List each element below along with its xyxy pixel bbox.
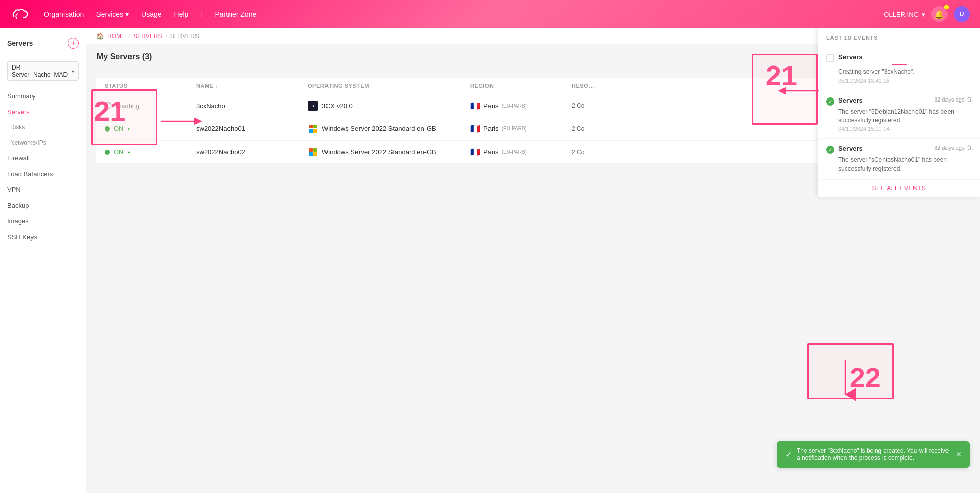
chevron-down-icon: ▾	[922, 11, 925, 18]
nav-right: OLLER INC ▾ 🔔 U	[884, 6, 970, 22]
notif-desc: The server "5Debian12Nacho01" has been s…	[826, 108, 972, 125]
logo[interactable]	[10, 5, 28, 23]
col-os: OPERATING SYSTEM	[308, 83, 470, 89]
breadcrumb-servers-link[interactable]: SERVERS	[133, 32, 162, 40]
region-code: (EU-PAR8)	[502, 126, 527, 132]
sidebar-item-networks[interactable]: Networks/IPs	[0, 135, 86, 150]
server-name: sw2022Nacho02	[196, 148, 308, 156]
org-selector[interactable]: OLLER INC ▾	[884, 11, 925, 18]
status-cell: Loading	[105, 102, 196, 110]
nav-organisation[interactable]: Organisation	[44, 10, 84, 18]
os-label: Windows Server 2022 Standard en-GB	[322, 125, 436, 133]
main-layout: Servers + DR Server_Nacho_MAD ▾ Summary …	[0, 28, 980, 493]
notif-item-header: Servers	[826, 53, 972, 62]
sidebar-item-backup[interactable]: Backup	[0, 198, 86, 213]
nav-help[interactable]: Help	[174, 10, 189, 18]
server-name: sw2022Nacho01	[196, 125, 308, 133]
region-cell: 🇫🇷 Paris (EU-PAR8)	[470, 124, 572, 134]
status-arrow-icon: ▸	[128, 149, 130, 155]
breadcrumb-sep1: /	[128, 32, 130, 40]
sidebar-item-vpn[interactable]: VPN	[0, 182, 86, 198]
notif-item-header: ✓ Servers 32 days ago ⏱	[826, 145, 972, 154]
notif-desc: The server "sCentosNacho01" has been suc…	[826, 156, 972, 173]
os-cell: Windows Server 2022 Standard en-GB	[308, 147, 470, 157]
toast-close-button[interactable]: ✕	[956, 450, 962, 458]
region-name: Paris	[483, 148, 499, 156]
col-status: STATUS	[105, 83, 196, 89]
sidebar-header: Servers +	[0, 34, 86, 55]
nav-links: Organisation Services ▾ Usage Help | Par…	[44, 10, 868, 19]
sidebar-item-summary[interactable]: Summary	[0, 88, 86, 104]
os-icon-windows	[308, 124, 318, 134]
status-cell: ON ▸	[105, 125, 196, 133]
dr-selector-text: DR Server_Nacho_MAD	[12, 64, 72, 78]
notif-time: 32 days ago ⏱	[934, 96, 972, 103]
main-content: 🏠 HOME / SERVERS / SERVERS My Servers (3…	[86, 28, 980, 493]
notification-item: ✓ Servers 32 days ago ⏱ The server "5Deb…	[818, 90, 980, 139]
status-cell: ON ▸	[105, 148, 196, 156]
notification-item: Servers Creating server "3cxNacho". 05/1…	[818, 47, 980, 90]
sidebar-item-servers[interactable]: Servers	[0, 104, 86, 120]
notifications-header: LAST 10 EVENTS	[818, 28, 980, 47]
notif-success-icon: ✓	[826, 146, 834, 154]
dr-selector: DR Server_Nacho_MAD ▾	[0, 58, 86, 86]
dr-caret-icon: ▾	[72, 69, 74, 74]
see-all-events-link[interactable]: SEE ALL EVENTS	[818, 180, 980, 197]
notif-more-button[interactable]: ···	[967, 145, 974, 154]
breadcrumb-current: SERVERS	[170, 32, 199, 40]
avatar-initials: U	[960, 11, 964, 18]
annotation-22-box	[807, 343, 894, 399]
resources-cell: 2 Co	[572, 125, 584, 133]
os-label: Windows Server 2022 Standard en-GB	[322, 148, 436, 156]
sidebar-item-ssh-keys[interactable]: SSH Keys	[0, 229, 86, 245]
toast-message: The server "3cxNacho" is being created. …	[797, 447, 951, 462]
sidebar-item-load-balancers[interactable]: Load Balancers	[0, 166, 86, 182]
notifications-bell[interactable]: 🔔	[931, 6, 948, 22]
notif-title: Servers	[838, 96, 863, 104]
sidebar: Servers + DR Server_Nacho_MAD ▾ Summary …	[0, 28, 86, 493]
notif-loading-icon	[826, 54, 834, 62]
server-name: 3cxNacho	[196, 102, 308, 110]
annotation-22-number: 22	[850, 361, 881, 394]
region-name: Paris	[483, 102, 499, 110]
sidebar-item-disks[interactable]: Disks	[0, 120, 86, 135]
notification-item: ✓ Servers 32 days ago ⏱ The server "sCen…	[818, 139, 980, 180]
breadcrumb-home[interactable]: HOME	[107, 32, 125, 40]
nav-partner-zone[interactable]: Partner Zone	[215, 10, 257, 18]
breadcrumb-sep2: /	[165, 32, 167, 40]
notif-title: Servers	[838, 145, 863, 152]
breadcrumb-home-icon: 🏠	[96, 32, 104, 40]
notif-title: Servers	[838, 53, 863, 61]
chevron-down-icon: ▾	[125, 10, 129, 18]
toast-notification: ✓ The server "3cxNacho" is being created…	[777, 441, 970, 468]
sidebar-item-firewall[interactable]: Firewall	[0, 150, 86, 166]
flag-icon: 🇫🇷	[470, 147, 480, 157]
notif-desc: Creating server "3cxNacho".	[826, 68, 972, 76]
region-code: (EU-PAR8)	[502, 103, 527, 109]
dr-selector-wrap[interactable]: DR Server_Nacho_MAD ▾	[7, 61, 79, 81]
flag-icon: 🇫🇷	[470, 101, 480, 111]
os-icon-windows	[308, 147, 318, 157]
os-cell: Windows Server 2022 Standard en-GB	[308, 124, 470, 134]
status-dot-on	[105, 126, 110, 132]
notif-success-icon: ✓	[826, 97, 834, 106]
nav-services[interactable]: Services ▾	[96, 10, 129, 18]
sidebar-item-images[interactable]: Images	[0, 213, 86, 229]
loading-spinner	[105, 102, 112, 109]
top-nav: Organisation Services ▾ Usage Help | Par…	[0, 0, 980, 28]
status-arrow-icon: ▸	[128, 126, 130, 132]
os-cell: 3 3CX v20.0	[308, 101, 470, 111]
os-icon-3cx: 3	[308, 101, 318, 111]
notifications-panel: LAST 10 EVENTS Servers Creating server "…	[818, 28, 980, 197]
user-avatar[interactable]: U	[954, 6, 970, 22]
sidebar-title: Servers	[7, 39, 33, 47]
resources-cell: 2 Co	[572, 149, 584, 156]
region-cell: 🇫🇷 Paris (EU-PAR8)	[470, 147, 572, 157]
region-name: Paris	[483, 125, 499, 133]
nav-usage[interactable]: Usage	[141, 10, 161, 18]
notif-date: 05/11/2024 18:41:28	[826, 78, 972, 84]
os-label: 3CX v20.0	[322, 102, 353, 110]
status-label: ON	[114, 125, 124, 133]
add-server-button[interactable]: +	[68, 38, 79, 49]
notif-more-button[interactable]: ···	[967, 96, 974, 106]
